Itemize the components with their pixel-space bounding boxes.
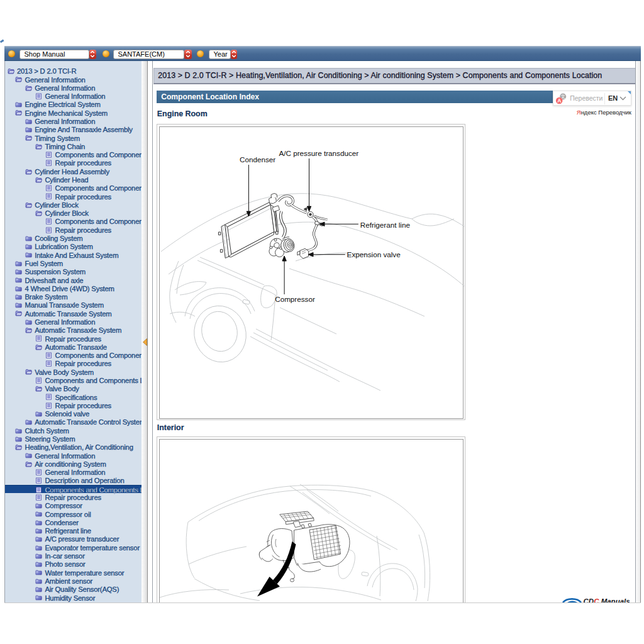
- svg-text:Refrigerant line: Refrigerant line: [360, 221, 409, 229]
- svg-text:A/C pressure transducer: A/C pressure transducer: [279, 149, 358, 157]
- svg-text:Expension valve: Expension valve: [347, 250, 400, 258]
- svg-text:A: A: [558, 97, 562, 104]
- svg-text:Compressor: Compressor: [275, 295, 315, 303]
- svg-text:Condenser: Condenser: [240, 155, 275, 164]
